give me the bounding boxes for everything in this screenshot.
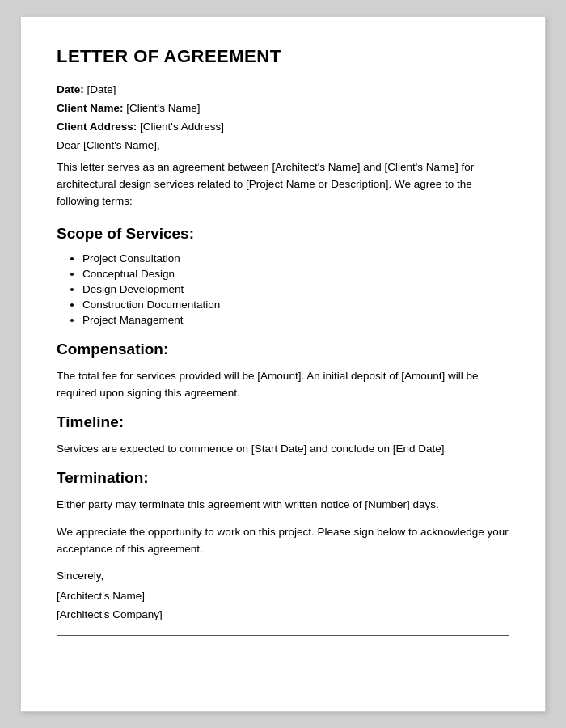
services-list: Project Consultation Conceptual Design D… — [57, 252, 509, 326]
timeline-body: Services are expected to commence on [St… — [57, 441, 509, 458]
timeline-heading: Timeline: — [57, 413, 509, 431]
closing-salutation: Sincerely, — [57, 569, 509, 582]
list-item: Design Development — [82, 283, 509, 295]
termination-heading: Termination: — [57, 469, 509, 487]
client-name-field: Client Name: [Client's Name] — [57, 102, 509, 114]
list-item: Project Management — [82, 314, 509, 326]
signature-name: [Architect's Name] — [57, 590, 509, 602]
termination-body: Either party may terminate this agreemen… — [57, 497, 509, 514]
scope-heading: Scope of Services: — [57, 225, 509, 243]
salutation: Dear [Client's Name], — [57, 139, 509, 151]
bottom-divider — [57, 635, 509, 636]
client-address-field: Client Address: [Client's Address] — [57, 121, 509, 133]
list-item: Project Consultation — [82, 252, 509, 265]
client-address-value: [Client's Address] — [140, 121, 224, 133]
date-label: Date: — [57, 83, 84, 95]
list-item: Construction Documentation — [82, 298, 509, 311]
client-name-value: [Client's Name] — [126, 102, 200, 114]
date-value: [Date] — [87, 83, 116, 95]
compensation-heading: Compensation: — [57, 341, 509, 358]
list-item: Conceptual Design — [82, 268, 509, 280]
date-field: Date: [Date] — [57, 83, 509, 95]
closing-paragraph: We appreciate the opportunity to work on… — [57, 524, 509, 558]
intro-paragraph: This letter serves as an agreement betwe… — [57, 159, 509, 210]
letter-of-agreement-document: LETTER OF AGREEMENT Date: [Date] Client … — [20, 16, 546, 712]
signature-company: [Architect's Company] — [57, 608, 509, 620]
document-title: LETTER OF AGREEMENT — [57, 46, 509, 67]
compensation-body: The total fee for services provided will… — [57, 368, 509, 402]
client-name-label: Client Name: — [57, 102, 124, 114]
client-address-label: Client Address: — [57, 121, 137, 133]
